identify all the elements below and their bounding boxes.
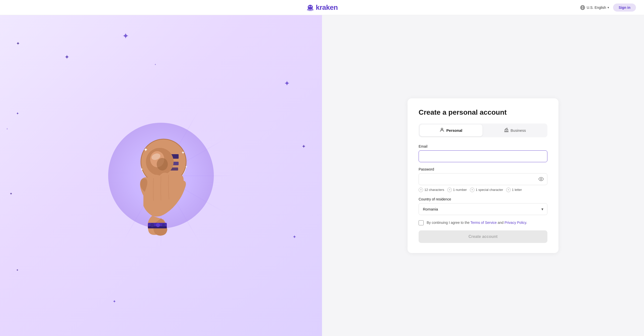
star-decoration: ✦	[302, 143, 306, 149]
req-number-label: 1 number	[453, 188, 467, 192]
country-label: Country of residence	[419, 197, 547, 201]
language-label: U.S. English	[587, 6, 606, 10]
terms-text-after: .	[526, 221, 527, 225]
req-characters: ✕ 12 characters	[419, 188, 444, 192]
req-x-icon: ✕	[470, 188, 474, 192]
terms-text: By continuing I agree to the Terms of Se…	[427, 220, 527, 225]
star-decoration: ✦	[64, 54, 69, 61]
svg-point-27	[150, 223, 154, 227]
req-special: ✕ 1 special character	[470, 188, 503, 192]
star-decoration: ✦	[293, 234, 296, 240]
svg-point-4	[311, 6, 312, 7]
terms-row: By continuing I agree to the Terms of Se…	[419, 220, 547, 225]
country-field-group: Country of residence Romania United Stat…	[419, 197, 547, 215]
req-characters-label: 12 characters	[424, 188, 444, 192]
email-input[interactable]	[419, 150, 547, 162]
password-requirements: ✕ 12 characters ✕ 1 number ✕ 1 special c…	[419, 188, 547, 192]
tab-business-label: Business	[511, 128, 526, 133]
globe-icon	[580, 5, 585, 10]
person-icon	[440, 128, 444, 133]
sign-in-button[interactable]: Sign in	[613, 4, 636, 12]
star-decoration: +	[154, 63, 156, 66]
svg-text:✦: ✦	[185, 165, 188, 169]
hero-illustration: ✦ ✦ ✦ ✦	[113, 115, 209, 236]
password-input[interactable]	[419, 173, 547, 185]
toggle-password-button[interactable]	[538, 177, 544, 181]
kraken-logo-icon	[306, 4, 314, 11]
req-x-icon: ✕	[447, 188, 452, 192]
req-number: ✕ 1 number	[447, 188, 467, 192]
svg-point-3	[309, 6, 310, 7]
terms-text-before: By continuing I agree to the	[427, 221, 470, 225]
star-decoration: ✦	[16, 268, 19, 272]
req-x-icon: ✕	[419, 188, 423, 192]
svg-point-0	[308, 5, 313, 9]
form-title: Create a personal account	[419, 108, 547, 116]
building-icon	[504, 128, 509, 133]
star-decoration: ✦	[284, 79, 290, 88]
terms-middle: and	[497, 221, 504, 225]
svg-point-28	[156, 223, 160, 227]
country-select-wrapper: Romania United States United Kingdom Ger…	[419, 203, 547, 215]
logo-text: kraken	[316, 4, 338, 12]
star-decoration: ✦	[16, 41, 20, 46]
language-selector[interactable]: U.S. English ▾	[580, 5, 609, 10]
account-type-tabs: Personal Business	[419, 123, 547, 137]
registration-card: Create a personal account Personal	[408, 98, 558, 253]
terms-of-service-link[interactable]: Terms of Service	[470, 221, 497, 225]
star-decoration: ✦	[16, 111, 19, 115]
req-letter-label: 1 letter	[512, 188, 522, 192]
svg-text:✦: ✦	[140, 167, 143, 171]
privacy-policy-link[interactable]: Privacy Policy	[504, 221, 526, 225]
star-decoration: +	[7, 128, 8, 130]
req-letter: ✕ 1 letter	[506, 188, 522, 192]
svg-point-30	[441, 128, 443, 130]
country-select[interactable]: Romania United States United Kingdom Ger…	[419, 203, 547, 215]
svg-text:✦: ✦	[143, 147, 148, 153]
chevron-down-icon: ▾	[608, 6, 609, 9]
star-decoration: ✦	[113, 299, 116, 304]
star-decoration: ✦	[10, 192, 13, 196]
header: kraken U.S. English ▾ Sign in	[0, 0, 644, 15]
req-x-icon: ✕	[506, 188, 511, 192]
star-decoration: ✦	[122, 31, 129, 41]
password-wrapper	[419, 173, 547, 185]
logo: kraken	[306, 4, 338, 12]
password-label: Password	[419, 167, 547, 171]
header-actions: U.S. English ▾ Sign in	[580, 4, 636, 12]
svg-point-33	[540, 178, 542, 180]
illustration-panel: ✦ ✦ ✦ ✦ + ✦ ✦ ✦ ✦ ✦ + ✦	[0, 15, 322, 336]
main-content: ✦ ✦ ✦ ✦ + ✦ ✦ ✦ ✦ ✦ + ✦	[0, 15, 644, 336]
password-field-group: Password ✕ 12 characters	[419, 167, 547, 192]
svg-text:✦: ✦	[181, 150, 185, 155]
email-field-group: Email	[419, 144, 547, 162]
eye-icon	[538, 177, 544, 181]
tab-personal[interactable]: Personal	[420, 124, 482, 136]
req-special-label: 1 special character	[476, 188, 503, 192]
tab-personal-label: Personal	[446, 128, 462, 133]
create-account-button[interactable]: Create account	[419, 230, 547, 243]
form-panel: Create a personal account Personal	[322, 15, 644, 336]
terms-checkbox[interactable]	[419, 220, 424, 225]
svg-point-18	[157, 158, 168, 171]
tab-business[interactable]: Business	[484, 124, 546, 136]
svg-point-29	[162, 224, 165, 227]
email-label: Email	[419, 144, 547, 148]
